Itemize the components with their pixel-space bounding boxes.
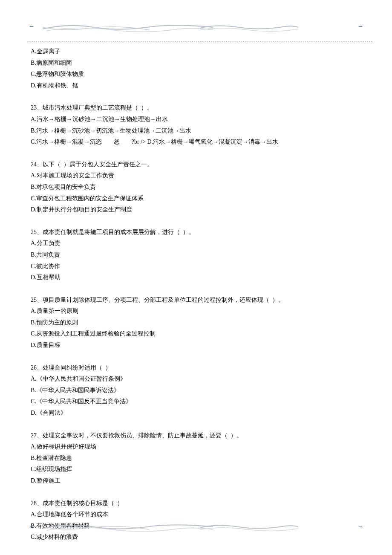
option-d: D.互相帮助: [31, 272, 361, 283]
option-a: A.合理地降低各个环节的成本: [31, 509, 361, 520]
option-a: A.分工负责: [31, 238, 361, 249]
option-a: A.金属离子: [31, 46, 361, 58]
question-25b: 25、项目质量计划除体现工序、分项工程、分部工程及单位工程的过程控制外，还应体现…: [31, 295, 361, 351]
option-b: B.病原菌和细菌: [31, 58, 361, 69]
option-b: B.检查潜在隐患: [31, 453, 361, 464]
dash-icon: [30, 526, 33, 527]
question-25a: 25、成本责任制就是将施工项目的成本层层分解，进行（ ）。 A.分工负责 B.共…: [31, 227, 361, 283]
swirl-icon: [43, 521, 213, 533]
swirl-icon: [43, 21, 213, 33]
option-c: C.《中华人民共和国反不正当竞争法》: [31, 396, 361, 408]
question-stem: 28、成本责任制的核心目标是（ ）: [31, 498, 361, 509]
question-26: 26、处理合同纠纷时适用（ ） A.《中华人民共和国公证暂行条例》 B.《中华人…: [31, 362, 361, 419]
option-b: B.共同负责: [31, 249, 361, 261]
question-22-options: A.金属离子 B.病原菌和细菌 C.悬浮物和胶体物质 D.有机物和铁、锰: [31, 46, 361, 91]
dash-icon: [30, 26, 33, 27]
option-a: A.做好标识并保护好现场: [31, 441, 361, 453]
question-27: 27、处理安全事故时，不仅要抢救伤员、排除险情、防止事故蔓延，还要（ ）。 A.…: [31, 430, 361, 487]
question-23: 23、城市污水处理厂典型的工艺流程是（ ）。 A.污水→格栅→沉砂池→二沉池→生…: [31, 102, 361, 147]
option-c: C.组织现场指挥: [31, 464, 361, 475]
swirl-icon: [200, 521, 298, 533]
question-stem: 25、成本责任制就是将施工项目的成本层层分解，进行（ ）。: [31, 227, 361, 238]
option-d: D.《合同法》: [31, 408, 361, 419]
question-stem: 23、城市污水处理厂典型的工艺流程是（ ）。: [31, 102, 361, 114]
option-a: A.质量第一的原则: [31, 306, 361, 317]
option-b: B.预防为主的原则: [31, 317, 361, 329]
question-24: 24、以下（ ）属于分包人安全生产责任之一。 A.对本施工现场的安全工作负责 B…: [31, 159, 361, 216]
option-c: C.从资源投入到工程通过最终检验的全过程控制: [31, 328, 361, 340]
dash-icon: [359, 26, 362, 27]
dash-icon: [359, 526, 362, 527]
divider-line: [27, 41, 372, 41]
option-c: C.悬浮物和胶体物质: [31, 69, 361, 80]
question-stem: 27、处理安全事故时，不仅要抢救伤员、排除险情、防止事故蔓延，还要（ ）。: [31, 430, 361, 442]
option-b: B.《中华人民共和国民事诉讼法》: [31, 385, 361, 396]
option-a: A.污水→格栅→沉砂池→二沉池→生物处理池→出水: [31, 114, 361, 125]
option-b: B.对承包项目的安全负责: [31, 182, 361, 193]
question-28: 28、成本责任制的核心目标是（ ） A.合理地降低各个环节的成本 B.有效地使用…: [31, 498, 361, 543]
option-d: D.制定并执行分包项目的安全生产制度: [31, 204, 361, 216]
swirl-icon: [200, 21, 298, 33]
option-c: C.污水→格栅→混凝→沉恣 恕 ?br /> D.污水→格栅→曝气氧化→混凝沉淀…: [31, 136, 361, 148]
decorative-header: [30, 21, 362, 34]
option-a: A.对本施工现场的安全工作负责: [31, 170, 361, 182]
option-d: D.有机物和铁、锰: [31, 80, 361, 92]
option-a: A.《中华人民共和国公证暂行条例》: [31, 373, 361, 385]
question-stem: 26、处理合同纠纷时适用（ ）: [31, 362, 361, 374]
option-d: D.质量目标: [31, 340, 361, 351]
option-b: B.污水→格栅→沉砂池→初沉池→生物处理池→二沉池→出水: [31, 125, 361, 137]
question-stem: 25、项目质量计划除体现工序、分项工程、分部工程及单位工程的过程控制外，还应体现…: [31, 295, 361, 306]
option-c: C.彼此协作: [31, 261, 361, 272]
decorative-footer: [30, 521, 362, 534]
option-c: C.审查分包工程范围内的安全生产保证体系: [31, 193, 361, 205]
document-body: A.金属离子 B.病原菌和细菌 C.悬浮物和胶体物质 D.有机物和铁、锰 23、…: [31, 46, 361, 543]
option-d: D.暂停施工: [31, 475, 361, 487]
question-stem: 24、以下（ ）属于分包人安全生产责任之一。: [31, 159, 361, 171]
